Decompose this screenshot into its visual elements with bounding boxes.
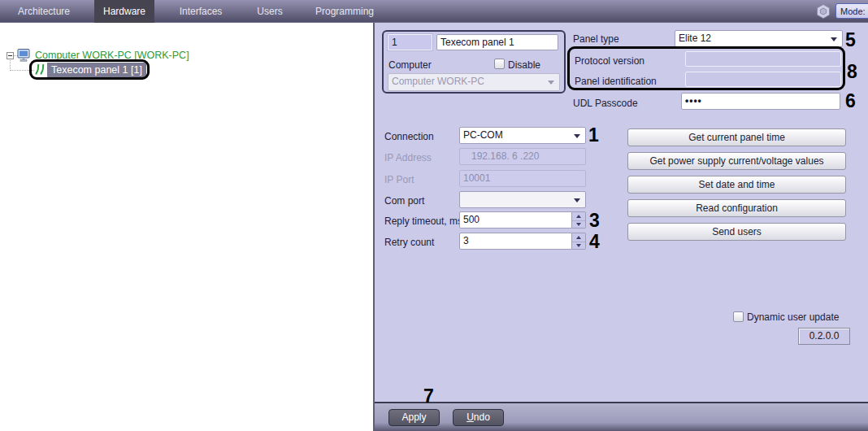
tab-users[interactable]: Users bbox=[245, 0, 294, 23]
tree-expander-minus-icon[interactable] bbox=[7, 52, 14, 59]
get-current-panel-time-button[interactable]: Get current panel time bbox=[627, 128, 846, 146]
tab-interfaces[interactable]: Interfaces bbox=[168, 0, 233, 23]
com-port-select[interactable] bbox=[459, 191, 586, 208]
undo-rest: ndo bbox=[474, 411, 490, 423]
connection-value: PC-COM bbox=[463, 129, 503, 141]
set-date-and-time-button[interactable]: Set date and time bbox=[627, 176, 846, 194]
object-id-field[interactable]: 1 bbox=[388, 34, 432, 50]
reply-timeout-label: Reply timeout, ms bbox=[384, 216, 462, 227]
ip-address-label: IP Address bbox=[384, 152, 432, 163]
dynamic-user-update-checkbox[interactable] bbox=[733, 311, 744, 322]
annotation-1: 1 bbox=[588, 126, 599, 145]
annotation-3: 3 bbox=[589, 211, 600, 230]
apply-button[interactable]: Apply bbox=[388, 409, 440, 426]
tab-architecture[interactable]: Architecture bbox=[11, 0, 76, 23]
retry-count-value[interactable]: 3 bbox=[459, 233, 572, 250]
annotation-7: 7 bbox=[423, 387, 434, 406]
read-configuration-button[interactable]: Read configuration bbox=[627, 199, 846, 217]
chevron-down-icon bbox=[831, 37, 837, 41]
annotation-5: 5 bbox=[845, 31, 856, 50]
menu-bar: Architecture Hardware Interfaces Users P… bbox=[0, 0, 868, 23]
tab-hardware[interactable]: Hardware bbox=[94, 0, 154, 23]
tree-connector bbox=[10, 70, 34, 72]
panel-identification-field bbox=[685, 72, 841, 87]
spinner-buttons bbox=[572, 211, 586, 229]
panel-identification-label: Panel identification bbox=[575, 76, 657, 87]
get-power-supply-values-button[interactable]: Get power supply current/voltage values bbox=[627, 152, 846, 170]
spin-down-icon[interactable] bbox=[572, 220, 585, 229]
settings-panel: 1 Texecom panel 1 Computer Disable Compu… bbox=[375, 23, 868, 431]
computer-monitor-icon bbox=[17, 49, 31, 62]
undo-accelerator: U bbox=[467, 411, 474, 423]
spin-down-icon[interactable] bbox=[572, 242, 585, 250]
udl-passcode-label: UDL Passcode bbox=[573, 98, 638, 109]
dynamic-user-update-label: Dynamic user update bbox=[747, 311, 839, 323]
chevron-down-icon bbox=[574, 134, 580, 138]
computer-label: Computer bbox=[388, 59, 432, 71]
tab-programming[interactable]: Programming bbox=[312, 0, 377, 23]
annotation-4: 4 bbox=[589, 233, 600, 251]
disable-checkbox[interactable] bbox=[494, 59, 505, 69]
bottom-bar: Apply Undo bbox=[375, 402, 868, 431]
panel-type-select[interactable]: Elite 12 bbox=[675, 30, 843, 47]
computer-select-value: Computer WORK-PC bbox=[392, 76, 484, 87]
annotation-6: 6 bbox=[845, 92, 856, 111]
retry-count-stepper[interactable]: 3 bbox=[459, 233, 586, 250]
com-port-label: Com port bbox=[384, 195, 424, 207]
disable-label: Disable bbox=[508, 59, 540, 71]
module-version-field: 0.2.0.0 bbox=[798, 328, 850, 345]
spinner-buttons bbox=[572, 233, 586, 250]
tree-item-computer[interactable]: Computer WORK-PC [WORK-PC] bbox=[35, 50, 189, 61]
object-name-field[interactable]: Texecom panel 1 bbox=[436, 34, 558, 50]
connection-label: Connection bbox=[384, 131, 434, 142]
send-users-button[interactable]: Send users bbox=[627, 223, 846, 241]
app-window: Architecture Hardware Interfaces Users P… bbox=[0, 0, 868, 431]
ip-address-field: 192.168. 6 .220 bbox=[459, 148, 586, 165]
reply-timeout-value[interactable]: 500 bbox=[459, 211, 572, 229]
ip-port-field: 10001 bbox=[459, 170, 586, 187]
connection-select[interactable]: PC-COM bbox=[459, 127, 586, 144]
undo-button[interactable]: Undo bbox=[453, 409, 504, 426]
hexagon-settings-icon[interactable] bbox=[815, 3, 831, 20]
device-tree-panel: Computer WORK-PC [WORK-PC] Texecom panel… bbox=[0, 23, 373, 431]
retry-count-label: Retry count bbox=[384, 237, 434, 248]
mode-button[interactable]: Mode: bbox=[835, 3, 868, 19]
chevron-down-icon bbox=[548, 81, 554, 85]
annotation-8: 8 bbox=[847, 63, 857, 81]
panel-type-label: Panel type bbox=[573, 33, 619, 45]
udl-passcode-field[interactable]: •••• bbox=[681, 93, 840, 110]
ip-port-label: IP Port bbox=[384, 174, 414, 185]
protocol-version-field bbox=[685, 51, 841, 67]
tree-item-texecom-panel[interactable]: Texecom panel 1 [1] bbox=[47, 63, 146, 77]
protocol-version-label: Protocol version bbox=[575, 55, 644, 67]
chevron-down-icon bbox=[574, 198, 580, 202]
computer-select: Computer WORK-PC bbox=[388, 73, 560, 91]
reply-timeout-stepper[interactable]: 500 bbox=[459, 211, 586, 229]
panel-type-value: Elite 12 bbox=[679, 33, 711, 44]
green-zigzag-panel-icon bbox=[35, 63, 46, 76]
